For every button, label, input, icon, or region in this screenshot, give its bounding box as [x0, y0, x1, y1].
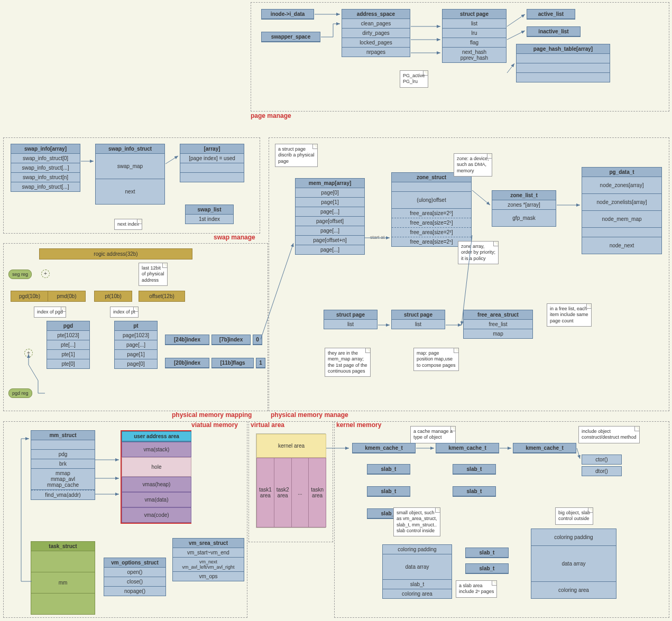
- struct-page-top: struct page list lru flag next_hash ppre…: [442, 9, 507, 63]
- address-space: address_space clean_pages dirty_pages lo…: [342, 9, 410, 57]
- user-address-area: user address area vma(stack) hole vmas(h…: [121, 430, 191, 524]
- vm-options-struct: vm_options_struct open() close() nopage(…: [104, 558, 166, 596]
- pgd-reg: pgd reg: [8, 388, 32, 398]
- pt10b: pt(10b): [94, 291, 132, 302]
- title-virtual-memory: viatual memory: [191, 421, 238, 429]
- rogic-address: rogic address(32b): [39, 248, 192, 259]
- swapper-box: swapper_space: [261, 32, 320, 42]
- small-obj-box: coloring padding data array slab_t color…: [382, 544, 452, 599]
- note-next-index: next index: [114, 219, 142, 230]
- title-phys-manage: physical memory manage: [271, 411, 348, 419]
- pte-row-0: [24b]index [7b]index 0: [165, 335, 262, 345]
- slab-1b: slab_t: [367, 486, 410, 497]
- title-swap-manage: swap manage: [214, 234, 255, 241]
- pgd-table: pgd pte[1023] pte[...] pte[1] pte[0]: [47, 321, 90, 369]
- zone-list-t: zone_list_t zones *[array] gfp_mask: [492, 190, 556, 227]
- note-map: map: page position map,use to compose pa…: [413, 348, 459, 371]
- title-kernel-memory: kernel memory: [336, 421, 381, 429]
- mem-map: mem_map[array] page[0] page[1] page[...]…: [295, 178, 365, 255]
- slab-2b: slab_t: [453, 486, 496, 497]
- struct-page-1: struct page list: [324, 310, 378, 329]
- note-slab-area: a slab area include 2ⁿ pages: [456, 580, 497, 598]
- pte-row-1: [20b]index [11b]flags 1: [165, 358, 265, 368]
- note-free-list: in a free list, each item include same p…: [547, 303, 592, 327]
- note-big: big object, slab control outside: [555, 507, 593, 525]
- kmem-2: kmem_cache_t: [436, 443, 499, 453]
- kmem-1: kmem_cache_t: [352, 443, 416, 453]
- note-zone-arr: zone array, order by priority; it is a p…: [458, 241, 499, 264]
- note-sp: they are in the mem_map array; the 1st p…: [325, 348, 371, 377]
- swap-info-array: swap_info[array] swap_info_struct[0] swa…: [11, 144, 80, 192]
- swap-array: [array] [page index] = used: [180, 144, 244, 182]
- pgd10b: pgd(10b): [11, 291, 49, 302]
- note-ipgd: index of pgd: [34, 307, 66, 318]
- kmem-3: kmem_cache_t: [513, 443, 576, 453]
- task-struct: task_struct mm: [31, 541, 95, 615]
- mm-struct: mm_struct pdg brk mmap mmap_avl mmap_cac…: [31, 430, 95, 500]
- note-small: small object, such as vm_area_struct, sl…: [393, 507, 440, 536]
- slab-2a: slab_t: [453, 464, 496, 475]
- plus-2: +: [24, 349, 33, 357]
- free-area-struct: free_area_struct free_list map: [463, 310, 533, 339]
- start-at: start at: [370, 235, 385, 240]
- note-ctor: include object construct/destruct method: [578, 426, 640, 443]
- slab-3b: slab_t: [465, 563, 509, 574]
- slab-3a: slab_t: [465, 548, 509, 558]
- pmd0b: pmd(0b): [48, 291, 86, 302]
- note-struct-page: a struct page discrib a physical page: [275, 144, 318, 167]
- struct-page-2: struct page list: [391, 310, 445, 329]
- page-hash-table: page_hash_table[array]: [516, 44, 610, 82]
- active-list: active_list: [527, 9, 575, 20]
- virtual-area-box: kernel area task1 area task2 area ... ta…: [256, 433, 326, 528]
- title-page-manage: page manage: [251, 112, 291, 119]
- note-zone: zone: a device, such as DMA, memory: [454, 153, 492, 177]
- big-obj-box: coloring padding data array coloring are…: [531, 529, 616, 599]
- note-pg: PG_active PG_lru: [400, 70, 428, 88]
- swap-list: swap_list 1st index: [185, 205, 234, 224]
- pt-table: pt page[1023] page[...] page[1] page[0]: [114, 321, 158, 369]
- title-virtual-area: virtual area: [251, 421, 284, 429]
- offset12b: offset(12b): [139, 291, 185, 302]
- note-ipt: index of pt: [110, 307, 139, 318]
- title-phys-mapping: physical memory mapping: [172, 411, 252, 419]
- pg-data-t: pg_data_t node_zones[array] node_zonelis…: [582, 167, 662, 254]
- note-12b: last 12bit of physical address: [139, 263, 168, 286]
- swap-info-struct: swap_info_struct swap_map next: [95, 144, 165, 205]
- zone-struct: zone_struct (ulong)offset free_area[size…: [391, 172, 472, 247]
- inode-box: inode->i_data: [261, 9, 314, 20]
- vm-srea-struct: vm_srea_struct vm_start~vm_end vm_next v…: [172, 538, 244, 581]
- dtor-box: dtor(): [582, 466, 622, 476]
- note-cache: a cache manage a type of object: [410, 426, 456, 443]
- plus-1: +: [41, 270, 50, 278]
- seg-reg: seg reg: [8, 270, 32, 279]
- ctor-box: ctor(): [582, 455, 622, 465]
- slab-1a: slab_t: [367, 464, 410, 475]
- inactive-list: inactive_list: [527, 26, 581, 37]
